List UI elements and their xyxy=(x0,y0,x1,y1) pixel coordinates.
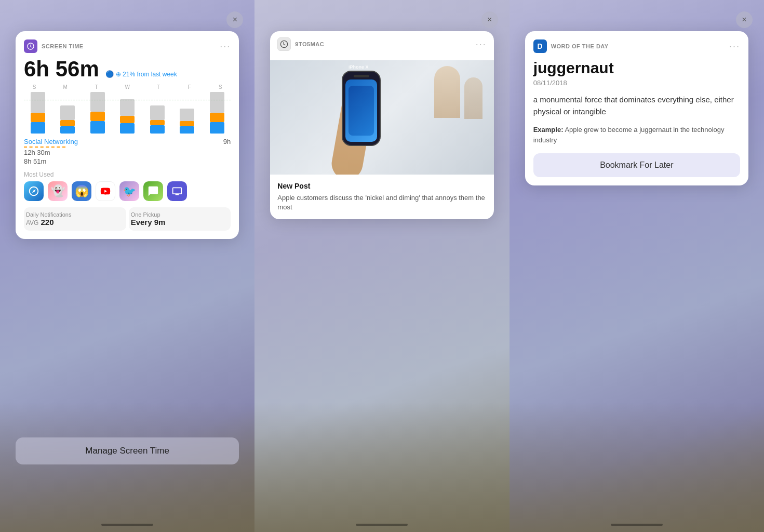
news-widget-header: 9TO5MAC ··· xyxy=(270,31,493,55)
bar-orange-1 xyxy=(60,120,75,126)
bar-gray-3 xyxy=(120,99,135,116)
app-icon-tv xyxy=(167,181,187,201)
close-icon-3: × xyxy=(742,15,746,24)
app-icon-youtube xyxy=(96,181,115,201)
bar-group-0 xyxy=(24,92,51,134)
widget-dots-1[interactable]: ··· xyxy=(220,41,231,52)
bar-gray-2 xyxy=(90,92,105,112)
bar-gray-5 xyxy=(180,109,194,121)
bar-blue-4 xyxy=(150,125,165,134)
word-example: Example: Apple grew to become a juggerna… xyxy=(533,125,740,145)
bar-group-2 xyxy=(84,92,111,134)
word-header-left: D WORD OF THE DAY xyxy=(533,39,609,53)
iphone-label: iPhone X xyxy=(349,64,369,70)
bar-stack-2 xyxy=(90,92,105,134)
word-app-icon: D xyxy=(533,39,547,53)
day-s1: S xyxy=(24,84,45,90)
bar-orange-4 xyxy=(150,120,165,125)
bar-orange-0 xyxy=(31,113,45,122)
news-app-icon xyxy=(277,37,291,51)
bar-chart xyxy=(24,92,231,134)
bar-stack-3 xyxy=(120,99,135,134)
screen-time-hours: 6h 56m xyxy=(24,58,99,80)
app-icon-safari xyxy=(24,181,44,201)
word-phone: × D WORD OF THE DAY ··· juggernaut 08/11… xyxy=(510,0,764,532)
bg-blur-bottom-2 xyxy=(254,402,509,532)
news-widget: 9TO5MAC ··· xyxy=(270,31,493,219)
day-labels: S M T W T F S xyxy=(24,84,231,90)
bar-blue-0 xyxy=(31,122,45,134)
bookmark-button[interactable]: Bookmark For Later xyxy=(533,153,740,177)
stat-value-notifications: 220 xyxy=(41,218,53,227)
home-indicator-2 xyxy=(356,524,408,526)
bar-group-3 xyxy=(113,92,141,134)
manage-btn-label: Manage Screen Time xyxy=(85,446,169,456)
bg-blur-bottom-1 xyxy=(0,402,254,532)
home-indicator-1 xyxy=(101,524,153,526)
bar-stack-6 xyxy=(210,92,224,134)
widget-title-screen-time: SCREEN TIME xyxy=(42,43,84,49)
word-date: 08/11/2018 xyxy=(533,79,740,87)
person-sim xyxy=(434,66,460,118)
news-phone: × 9TO5MAC ··· xyxy=(254,0,509,532)
dashed-line xyxy=(24,100,231,100)
widget-header: SCREEN TIME ··· xyxy=(24,39,231,53)
bar-blue-3 xyxy=(120,123,135,134)
screen-time-phone: × SCREEN TIME ··· 6h 56m 🔵 ⊕ 21% from la… xyxy=(0,0,254,532)
app-icon-ghost: 👻 xyxy=(48,181,68,201)
home-indicator-3 xyxy=(611,524,663,526)
stat-label-pickup: One Pickup xyxy=(131,211,229,218)
day-m: M xyxy=(55,84,76,90)
cat-row-2: 12h 30m xyxy=(24,149,231,156)
bg-blur-bottom-3 xyxy=(510,402,764,532)
bookmark-btn-label: Bookmark For Later xyxy=(600,161,673,169)
stat-notifications: Daily Notifications AVG 220 xyxy=(24,207,126,231)
screen-time-app-icon xyxy=(24,39,37,53)
bar-gray-4 xyxy=(150,105,165,120)
close-icon-2: × xyxy=(487,15,492,24)
close-button-2[interactable]: × xyxy=(481,11,498,28)
screen-time-main: 6h 56m 🔵 ⊕ 21% from last week xyxy=(24,58,231,80)
news-header-left: 9TO5MAC xyxy=(277,37,324,51)
close-button-3[interactable]: × xyxy=(736,11,753,28)
widget-dots-2[interactable]: ··· xyxy=(476,39,487,50)
bar-blue-5 xyxy=(180,126,194,134)
category-name: Social Networking xyxy=(24,138,78,145)
stat-avg: AVG xyxy=(26,219,38,227)
widget-dots-3[interactable]: ··· xyxy=(729,41,740,52)
screen-time-trend: 🔵 ⊕ 21% from last week xyxy=(105,70,177,78)
bar-blue-6 xyxy=(210,122,224,134)
word-main: juggernaut xyxy=(533,59,740,77)
app-icon-bird: 🐦 xyxy=(119,181,139,201)
bar-group-5 xyxy=(173,92,200,134)
category-time-left: 12h 30m xyxy=(24,149,50,156)
day-t1: T xyxy=(86,84,106,90)
app-icons-row: 👻 😱 🐦 xyxy=(24,181,231,201)
bar-stack-0 xyxy=(31,92,45,134)
bar-chart-section: S M T W T F S xyxy=(24,84,231,134)
news-post-text: Apple customers discuss the 'nickel and … xyxy=(277,193,486,212)
news-content: New Post Apple customers discuss the 'ni… xyxy=(270,175,493,219)
bar-orange-6 xyxy=(210,113,224,122)
bar-stack-4 xyxy=(150,105,165,134)
news-image: iPhone X xyxy=(270,60,493,175)
bar-stack-5 xyxy=(180,109,194,134)
stat-value-pickup: Every 9m xyxy=(131,218,229,227)
bar-orange-3 xyxy=(120,116,135,123)
category-stats: Social Networking 9h 12h 30m 8h 51m xyxy=(24,138,231,166)
screen-time-widget: SCREEN TIME ··· 6h 56m 🔵 ⊕ 21% from last… xyxy=(16,31,239,239)
day-f: F xyxy=(179,84,200,90)
header-left: SCREEN TIME xyxy=(24,39,84,53)
trend-text: ⊕ 21% from last week xyxy=(116,71,177,78)
manage-screen-time-button[interactable]: Manage Screen Time xyxy=(16,437,239,464)
extra-time: 8h 51m xyxy=(24,157,46,165)
widget-title-news: 9TO5MAC xyxy=(295,41,324,47)
stats-row: Daily Notifications AVG 220 One Pickup E… xyxy=(24,207,231,231)
most-used-label: Most Used xyxy=(24,171,231,178)
bar-gray-0 xyxy=(31,92,45,113)
app-icon-messages xyxy=(143,181,163,201)
day-s2: S xyxy=(210,84,231,90)
bar-stack-1 xyxy=(60,105,75,134)
iphone-mockup xyxy=(342,71,381,146)
bar-group-4 xyxy=(143,92,171,134)
